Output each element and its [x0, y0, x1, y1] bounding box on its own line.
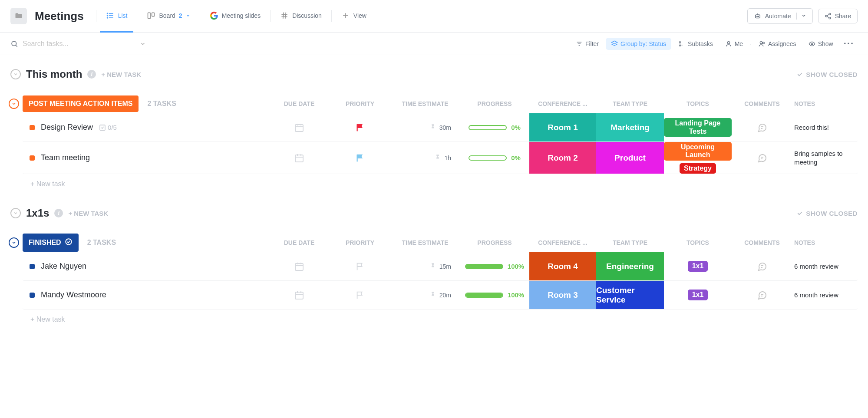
- topic-tag[interactable]: Strategy: [680, 163, 716, 174]
- col-topics[interactable]: TOPICS: [664, 100, 732, 107]
- notes-cell[interactable]: 6 month review: [792, 252, 858, 280]
- estimate-cell[interactable]: 20m: [390, 281, 460, 309]
- filter-button[interactable]: Filter: [571, 38, 604, 50]
- collapse-section-button[interactable]: [10, 69, 21, 79]
- show-closed-button[interactable]: SHOW CLOSED: [796, 71, 858, 78]
- info-icon[interactable]: i: [54, 209, 63, 217]
- team-cell[interactable]: Product: [596, 142, 664, 174]
- new-task-row[interactable]: + New task: [9, 174, 858, 194]
- priority-cell[interactable]: [330, 142, 390, 174]
- assignees-label: Assignees: [768, 40, 796, 47]
- room-cell[interactable]: Room 2: [529, 142, 596, 174]
- task-row[interactable]: Jake Nguyen15m100%Room 4Engineering1x16 …: [23, 252, 858, 281]
- progress-cell[interactable]: 100%: [460, 281, 529, 309]
- col-due[interactable]: DUE DATE: [269, 239, 330, 246]
- priority-cell[interactable]: [330, 252, 390, 280]
- notes-cell[interactable]: Record this!: [792, 113, 858, 142]
- col-progress[interactable]: PROGRESS: [460, 239, 529, 246]
- estimate-cell[interactable]: 1h: [390, 142, 460, 174]
- status-indicator[interactable]: [30, 125, 35, 130]
- col-room[interactable]: CONFERENCE ...: [529, 100, 596, 107]
- col-priority[interactable]: PRIORITY: [330, 100, 390, 107]
- show-closed-button[interactable]: SHOW CLOSED: [796, 210, 858, 217]
- col-team[interactable]: TEAM TYPE: [596, 239, 664, 246]
- notes-cell[interactable]: 6 month review: [792, 281, 858, 309]
- col-comments[interactable]: COMMENTS: [732, 239, 792, 246]
- room-cell[interactable]: Room 4: [529, 252, 596, 280]
- comments-cell[interactable]: [732, 142, 792, 174]
- due-date-cell[interactable]: [269, 252, 330, 280]
- new-task-row[interactable]: + New task: [9, 309, 858, 329]
- col-notes[interactable]: NOTES: [792, 100, 858, 107]
- add-view-button[interactable]: View: [335, 0, 373, 33]
- due-date-cell[interactable]: [269, 281, 330, 309]
- subtask-count[interactable]: 0/5: [99, 124, 117, 131]
- automate-button[interactable]: Automate: [747, 8, 813, 24]
- topic-tag[interactable]: 1x1: [688, 290, 708, 300]
- comments-cell[interactable]: [732, 281, 792, 309]
- chevron-down-icon[interactable]: [796, 13, 806, 20]
- status-pill[interactable]: FINISHED: [23, 234, 79, 252]
- col-notes[interactable]: NOTES: [792, 239, 858, 246]
- task-name[interactable]: Jake Nguyen: [41, 262, 86, 271]
- progress-cell[interactable]: 100%: [460, 252, 529, 280]
- info-icon[interactable]: i: [87, 70, 96, 79]
- me-button[interactable]: Me: [720, 38, 748, 50]
- show-button[interactable]: Show: [803, 38, 838, 50]
- col-room[interactable]: CONFERENCE ...: [529, 239, 596, 246]
- notes-cell[interactable]: Bring samples to meeting: [792, 142, 858, 174]
- tab-meeting-slides[interactable]: Meeting slides: [204, 0, 267, 33]
- share-button[interactable]: Share: [818, 9, 858, 23]
- progress-cell[interactable]: 0%: [460, 113, 529, 142]
- status-indicator[interactable]: [30, 264, 35, 269]
- col-due[interactable]: DUE DATE: [269, 100, 330, 107]
- new-task-button[interactable]: + NEW TASK: [68, 210, 108, 217]
- task-name[interactable]: Design Review: [41, 123, 93, 132]
- groupby-button[interactable]: Group by: Status: [606, 38, 671, 50]
- priority-cell[interactable]: [330, 281, 390, 309]
- status-pill[interactable]: POST MEETING ACTION ITEMS: [23, 95, 139, 112]
- due-date-cell[interactable]: [269, 142, 330, 174]
- status-indicator[interactable]: [30, 293, 35, 298]
- task-row[interactable]: Design Review0/530m0%Room 1MarketingLand…: [23, 113, 858, 142]
- topic-tag[interactable]: 1x1: [688, 261, 708, 271]
- priority-cell[interactable]: [330, 113, 390, 142]
- col-estimate[interactable]: TIME ESTIMATE: [390, 100, 460, 107]
- new-task-button[interactable]: + NEW TASK: [101, 71, 141, 78]
- task-name[interactable]: Team meeting: [41, 153, 90, 162]
- task-row[interactable]: Mandy Westmoore20m100%Room 3Customer Ser…: [23, 281, 858, 309]
- estimate-cell[interactable]: 30m: [390, 113, 460, 142]
- tab-list[interactable]: List: [100, 0, 134, 33]
- chevron-down-icon[interactable]: [140, 41, 146, 47]
- col-progress[interactable]: PROGRESS: [460, 100, 529, 107]
- col-comments[interactable]: COMMENTS: [732, 100, 792, 107]
- team-cell[interactable]: Customer Service: [596, 281, 664, 309]
- search-input[interactable]: [23, 40, 135, 48]
- room-cell[interactable]: Room 3: [529, 281, 596, 309]
- due-date-cell[interactable]: [269, 113, 330, 142]
- col-topics[interactable]: TOPICS: [664, 239, 732, 246]
- team-cell[interactable]: Engineering: [596, 252, 664, 280]
- collapse-group-button[interactable]: [9, 237, 19, 248]
- task-row[interactable]: Team meeting1h0%Room 2ProductUpcoming La…: [23, 142, 858, 174]
- col-estimate[interactable]: TIME ESTIMATE: [390, 239, 460, 246]
- tab-discussion[interactable]: Discussion: [274, 0, 328, 33]
- room-cell[interactable]: Room 1: [529, 113, 596, 142]
- estimate-cell[interactable]: 15m: [390, 252, 460, 280]
- team-cell[interactable]: Marketing: [596, 113, 664, 142]
- more-options-button[interactable]: ···: [840, 38, 858, 49]
- collapse-group-button[interactable]: [9, 99, 19, 109]
- status-indicator[interactable]: [30, 155, 35, 161]
- topic-tag[interactable]: Landing Page Tests: [664, 118, 732, 137]
- progress-cell[interactable]: 0%: [460, 142, 529, 174]
- collapse-section-button[interactable]: [10, 208, 21, 218]
- tab-board[interactable]: Board 2: [141, 0, 196, 33]
- comments-cell[interactable]: [732, 113, 792, 142]
- col-priority[interactable]: PRIORITY: [330, 239, 390, 246]
- subtasks-button[interactable]: Subtasks: [673, 38, 718, 50]
- col-team[interactable]: TEAM TYPE: [596, 100, 664, 107]
- assignees-button[interactable]: Assignees: [753, 38, 802, 50]
- task-name[interactable]: Mandy Westmoore: [41, 290, 106, 300]
- topic-tag[interactable]: Upcoming Launch: [664, 142, 732, 161]
- comments-cell[interactable]: [732, 252, 792, 280]
